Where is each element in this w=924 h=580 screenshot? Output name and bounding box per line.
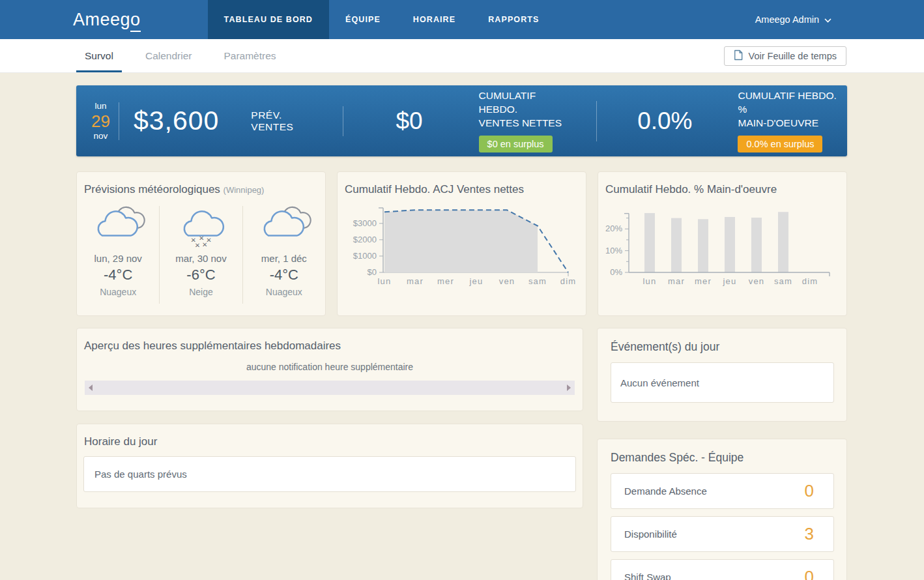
request-count: 3 (805, 524, 814, 544)
labour-percent-value: 0.0% (637, 108, 692, 135)
request-row-disponibilite[interactable]: Disponibilité 3 (611, 516, 834, 552)
svg-text:$3000: $3000 (353, 218, 377, 228)
scroll-left-icon[interactable] (89, 384, 93, 391)
tab-survol[interactable]: Survol (76, 39, 122, 72)
nav-item-horaire[interactable]: HORAIRE (397, 0, 472, 39)
labour-bar-chart: 0%10%20%lunmarmerjeuvensamdim (598, 199, 848, 298)
today-schedule-title: Horaire du jour (77, 424, 583, 448)
team-requests-title: Demandes Spéc. - Équipe (598, 439, 846, 465)
top-navbar: Ameego TABLEAU DE BORD ÉQUIPE HORAIRE RA… (0, 0, 924, 39)
today-schedule-empty-message: Pas de quarts prévus (94, 469, 187, 480)
banner-divider (119, 102, 119, 140)
labour-label-line2: MAIN-D'OEUVRE (738, 117, 846, 130)
nav-item-equipe[interactable]: ÉQUIPE (329, 0, 397, 39)
weather-day-2: mer, 1 déc -4°C Nuageux (242, 206, 325, 304)
request-label: Demande Absence (624, 486, 707, 497)
svg-text:dim: dim (560, 276, 577, 286)
weather-condition: Nuageux (243, 287, 325, 297)
net-sales-surplus-badge: $0 en surplus (479, 136, 553, 152)
today-schedule-card: Horaire du jour Pas de quarts prévus (76, 424, 583, 508)
svg-text:$1000: $1000 (353, 251, 377, 261)
svg-text:jeu: jeu (723, 276, 737, 286)
svg-text:sam: sam (774, 276, 792, 286)
weather-temp: -4°C (77, 267, 159, 283)
view-timesheet-label: Voir Feuille de temps (749, 51, 837, 61)
net-sales-label-line2: VENTES NETTES (479, 117, 577, 130)
weather-temp: -6°C (160, 267, 242, 283)
banner-day: 29 (91, 113, 110, 130)
overtime-title: Aperçu des heures supplémentaires hebdom… (77, 328, 583, 353)
net-sales-chart-title: Cumulatif Hebdo. ACJ Ventes nettes (338, 172, 586, 196)
svg-text:lun: lun (378, 276, 392, 286)
team-requests-list: Demande Absence 0 Disponibilité 3 Shift … (598, 473, 846, 580)
labour-chart-title: Cumulatif Hebdo. % Main-d'oeuvre (598, 172, 846, 196)
banner-divider (343, 106, 343, 136)
weather-date: mar, 30 nov (160, 253, 242, 264)
svg-text:sam: sam (528, 276, 547, 286)
net-sales-area-chart: $0$1000$2000$3000lunmarmerjeuvensamdim (338, 199, 587, 298)
request-count: 0 (805, 481, 814, 501)
net-sales-label-line1: CUMULATIF HEBDO. (479, 89, 577, 117)
chevron-down-icon (824, 14, 831, 25)
net-sales-block: CUMULATIF HEBDO. VENTES NETTES $0 en sur… (479, 89, 577, 152)
svg-text:10%: 10% (605, 246, 622, 255)
tab-parametres[interactable]: Paramètres (215, 39, 284, 72)
tab-calendrier[interactable]: Calendrier (137, 39, 201, 72)
svg-text:mer: mer (437, 276, 454, 286)
scroll-right-icon[interactable] (567, 384, 571, 391)
svg-text:ven: ven (499, 276, 515, 286)
events-empty-box: Aucun événement (611, 362, 834, 403)
labour-label-line1: CUMULATIF HEBDO. % (738, 89, 846, 117)
events-card: Événement(s) du jour Aucun événement (597, 328, 847, 422)
forecast-sales-value: $3,600 (134, 106, 219, 136)
net-sales-chart-card: Cumulatif Hebdo. ACJ Ventes nettes $0$10… (337, 171, 586, 316)
weather-date: lun, 29 nov (77, 253, 159, 264)
main-menu: TABLEAU DE BORD ÉQUIPE HORAIRE RAPPORTS (208, 0, 556, 39)
svg-text:mar: mar (407, 276, 424, 286)
svg-text:$2000: $2000 (353, 235, 377, 244)
ameego-logo[interactable]: Ameego (73, 10, 141, 30)
svg-text:jeu: jeu (469, 276, 484, 286)
labour-surplus-badge: 0.0% en surplus (738, 136, 822, 152)
weather-title: Prévisions météorologiques (Winnipeg) (77, 172, 325, 196)
dashboard-subnav: Survol Calendrier Paramètres Voir Feuill… (0, 39, 924, 73)
nav-item-tableau-de-bord[interactable]: TABLEAU DE BORD (208, 0, 329, 39)
team-requests-card: Demandes Spéc. - Équipe Demande Absence … (597, 439, 847, 580)
horizontal-scrollbar[interactable] (85, 381, 575, 395)
request-row-shift-swap[interactable]: Shift Swap 0 (611, 559, 834, 580)
events-title: Événement(s) du jour (598, 328, 846, 354)
weather-day-1: ✕✕✕✕✕ mar, 30 nov -6°C Neige (159, 206, 242, 304)
labour-block: CUMULATIF HEBDO. % MAIN-D'OEUVRE 0.0% en… (738, 89, 846, 152)
svg-text:mar: mar (668, 276, 685, 286)
kpi-banner: lun 29 nov $3,600 PRÉV. VENTES $0 CUMULA… (76, 85, 847, 156)
banner-divider (596, 101, 597, 141)
weather-grid: lun, 29 nov -4°C Nuageux ✕✕✕✕✕ mar, 30 n… (77, 206, 325, 304)
weather-condition: Nuageux (77, 287, 159, 297)
nav-item-rapports[interactable]: RAPPORTS (472, 0, 555, 39)
weather-date: mer, 1 déc (243, 253, 325, 264)
svg-text:20%: 20% (605, 224, 622, 233)
banner-month: nov (91, 132, 110, 141)
view-timesheet-button[interactable]: Voir Feuille de temps (724, 46, 846, 66)
overtime-empty-message: aucune notification heure supplémentaire (77, 362, 583, 372)
cloudy-icon (243, 206, 325, 249)
document-icon (734, 50, 743, 63)
svg-text:✕: ✕ (203, 241, 208, 248)
weather-card: Prévisions météorologiques (Winnipeg) lu… (76, 171, 326, 316)
svg-text:dim: dim (802, 276, 818, 286)
user-menu-label: Ameego Admin (755, 14, 819, 25)
overtime-card: Aperçu des heures supplémentaires hebdom… (76, 328, 583, 411)
svg-text:lun: lun (643, 276, 657, 286)
svg-text:mer: mer (695, 276, 712, 286)
request-label: Shift Swap (624, 572, 671, 580)
svg-text:$0: $0 (368, 267, 377, 277)
request-row-absence[interactable]: Demande Absence 0 (611, 473, 834, 509)
request-label: Disponibilité (624, 529, 677, 540)
user-menu[interactable]: Ameego Admin (755, 0, 831, 39)
weather-location: (Winnipeg) (224, 185, 265, 195)
svg-text:0%: 0% (610, 267, 622, 277)
snow-icon: ✕✕✕✕✕ (160, 206, 242, 249)
banner-weekday: lun (91, 102, 110, 111)
events-empty-message: Aucun événement (620, 377, 699, 388)
today-schedule-empty-box: Pas de quarts prévus (83, 456, 576, 492)
